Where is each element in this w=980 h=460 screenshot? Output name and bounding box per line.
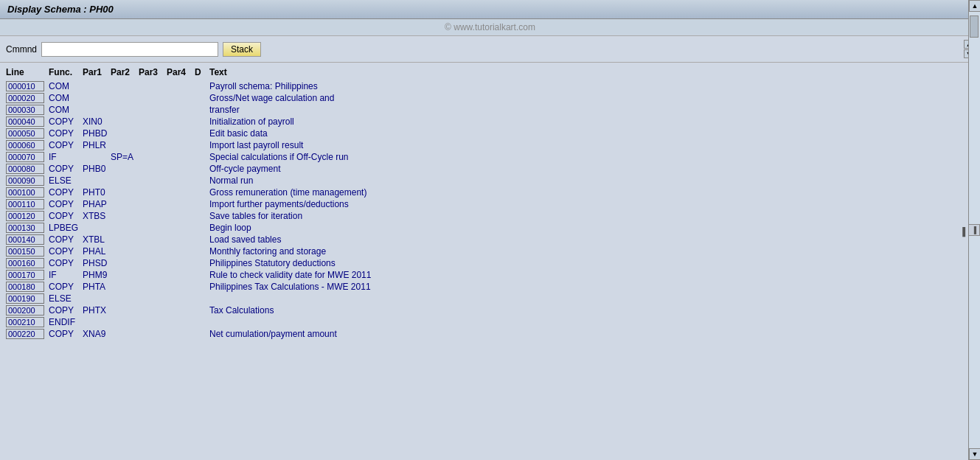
- cell-line: 000130: [6, 223, 49, 233]
- col-header-par4: Par4: [167, 67, 195, 77]
- cell-func: COPY: [49, 305, 83, 316]
- cell-par1: PHBD: [83, 128, 111, 139]
- table-row[interactable]: 000200 COPY PHTX Tax Calculations: [6, 304, 965, 316]
- line-number: 000190: [6, 293, 44, 304]
- cell-func: COPY: [49, 211, 83, 221]
- cell-text: Edit basic data: [209, 128, 965, 139]
- table-row[interactable]: 000130 LPBEG Begin loop: [6, 222, 965, 234]
- cell-text: Monthly factoring and storage: [209, 246, 965, 257]
- cell-func: COPY: [49, 246, 83, 257]
- cell-par1: PHTX: [83, 305, 111, 316]
- table-row[interactable]: 000160 COPY PHSD Philippines Statutory d…: [6, 257, 965, 269]
- table-row[interactable]: 000070 IF SP=A Special calculations if O…: [6, 151, 965, 163]
- table-row[interactable]: 000030 COM transfer: [6, 104, 965, 116]
- scroll-thumb[interactable]: [970, 15, 979, 38]
- cell-text: Rule to check validity date for MWE 2011: [209, 270, 965, 280]
- table-row[interactable]: 000080 COPY PHB0 Off-cycle payment: [6, 163, 965, 175]
- mid-tick: ▌: [962, 227, 968, 236]
- cell-line: 000070: [6, 152, 49, 162]
- scroll-top-button[interactable]: ▲: [969, 0, 980, 12]
- cell-line: 000060: [6, 140, 49, 150]
- table-row[interactable]: 000190 ELSE: [6, 293, 965, 304]
- cell-func: COPY: [49, 128, 83, 139]
- watermark-text: © www.tutorialkart.com: [445, 22, 535, 32]
- line-number: 000050: [6, 128, 44, 139]
- table-row[interactable]: 000210 ENDIF: [6, 316, 965, 328]
- cell-func: ELSE: [49, 175, 83, 186]
- cell-text: Off-cycle payment: [209, 164, 965, 174]
- line-number: 000070: [6, 152, 44, 162]
- cell-par1: PHM9: [83, 270, 111, 280]
- cell-line: 000010: [6, 81, 49, 91]
- cell-par1: PHLR: [83, 140, 111, 150]
- line-number: 000200: [6, 305, 44, 316]
- cell-line: 000140: [6, 234, 49, 245]
- watermark-bar: © www.tutorialkart.com: [0, 19, 980, 36]
- col-header-par1: Par1: [83, 67, 111, 77]
- cell-line: 000020: [6, 93, 49, 103]
- line-number: 000210: [6, 317, 44, 327]
- line-number: 000090: [6, 175, 44, 186]
- cell-par1: PHAP: [83, 199, 111, 209]
- line-number: 000060: [6, 140, 44, 150]
- cell-line: 000210: [6, 317, 49, 327]
- cell-text: Initialization of payroll: [209, 116, 965, 127]
- cmmnd-input[interactable]: [41, 42, 218, 57]
- cell-par1: XTBS: [83, 211, 111, 221]
- table-row[interactable]: 000060 COPY PHLR Import last payroll res…: [6, 139, 965, 151]
- table-row[interactable]: 000140 COPY XTBL Load saved tables: [6, 234, 965, 245]
- scroll-mid-indicator: ▐: [968, 224, 980, 236]
- table-row[interactable]: 000170 IF PHM9 Rule to check validity da…: [6, 269, 965, 281]
- cell-line: 000030: [6, 105, 49, 115]
- cell-line: 000220: [6, 329, 49, 339]
- cell-line: 000100: [6, 187, 49, 198]
- cell-func: COM: [49, 105, 83, 115]
- line-number: 000030: [6, 105, 44, 115]
- line-number: 000040: [6, 116, 44, 127]
- table-row[interactable]: 000110 COPY PHAP Import further payments…: [6, 198, 965, 210]
- table-row[interactable]: 000150 COPY PHAL Monthly factoring and s…: [6, 245, 965, 257]
- cell-text: Begin loop: [209, 223, 965, 233]
- stack-button[interactable]: Stack: [223, 42, 261, 57]
- cell-text: Gross remuneration (time management): [209, 187, 965, 198]
- cell-par1: PHT0: [83, 187, 111, 198]
- title-bar: Display Schema : PH00: [0, 0, 980, 19]
- line-number: 000170: [6, 270, 44, 280]
- line-number: 000020: [6, 93, 44, 103]
- line-number: 000080: [6, 164, 44, 174]
- col-headers: Line Func. Par1 Par2 Par3 Par4 D Text: [6, 66, 965, 79]
- table-row[interactable]: 000040 COPY XIN0 Initialization of payro…: [6, 116, 965, 128]
- cell-text: Save tables for iteration: [209, 211, 965, 221]
- cell-func: ENDIF: [49, 317, 83, 327]
- line-number: 000160: [6, 258, 44, 268]
- line-number: 000130: [6, 223, 44, 233]
- cell-func: COM: [49, 81, 83, 91]
- table-row[interactable]: 000180 COPY PHTA Philippines Tax Calcula…: [6, 281, 965, 293]
- line-number: 000220: [6, 329, 44, 339]
- cell-line: 000160: [6, 258, 49, 268]
- table-row[interactable]: 000010 COM Payroll schema: Philippines: [6, 80, 965, 92]
- table-row[interactable]: 000020 COM Gross/Net wage calculation an…: [6, 92, 965, 104]
- cell-line: 000170: [6, 270, 49, 280]
- table-row[interactable]: 000090 ELSE Normal run: [6, 175, 965, 187]
- table-row[interactable]: 000100 COPY PHT0 Gross remuneration (tim…: [6, 187, 965, 198]
- cell-func: IF: [49, 270, 83, 280]
- cell-text: Import further payments/deductions: [209, 199, 965, 209]
- main-content: Line Func. Par1 Par2 Par3 Par4 D Text 00…: [0, 63, 980, 343]
- cell-func: LPBEG: [49, 223, 83, 233]
- table-row[interactable]: 000220 COPY XNA9 Net cumulation/payment …: [6, 328, 965, 340]
- cell-par1: PHTA: [83, 282, 111, 292]
- cell-text: Payroll schema: Philippines: [209, 81, 965, 91]
- cell-func: ELSE: [49, 293, 83, 304]
- cell-par1: XTBL: [83, 234, 111, 245]
- cell-line: 000110: [6, 199, 49, 209]
- cmmnd-label: Cmmnd: [6, 44, 37, 55]
- cell-func: COPY: [49, 116, 83, 127]
- table-row[interactable]: 000050 COPY PHBD Edit basic data: [6, 128, 965, 139]
- cell-func: COPY: [49, 140, 83, 150]
- cell-func: COPY: [49, 199, 83, 209]
- table-row[interactable]: 000120 COPY XTBS Save tables for iterati…: [6, 210, 965, 222]
- scroll-bottom-button[interactable]: ▼: [969, 448, 980, 460]
- cell-line: 000090: [6, 175, 49, 186]
- cell-func: COPY: [49, 282, 83, 292]
